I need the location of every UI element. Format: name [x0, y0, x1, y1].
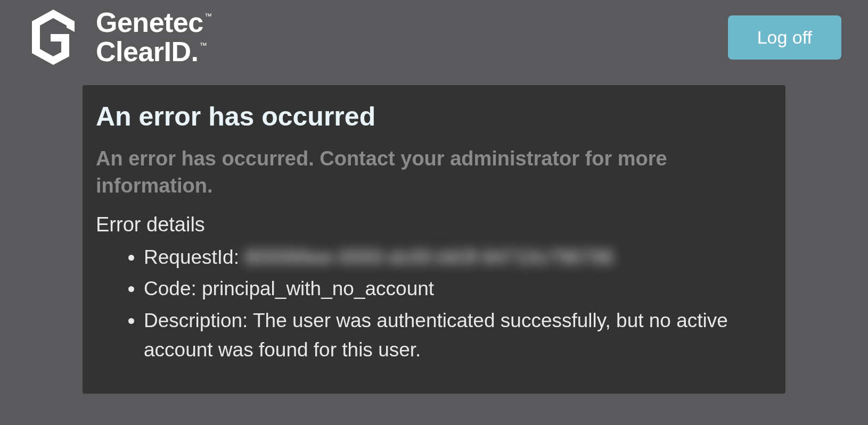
code-value: principal_with_no_account — [202, 278, 434, 299]
error-title: An error has occurred — [96, 101, 772, 132]
trademark-icon: ™ — [204, 12, 212, 20]
error-subtitle: An error has occurred. Contact your admi… — [96, 145, 772, 200]
brand-text: Genetec™ ClearID.™ — [96, 8, 211, 66]
error-details-list: RequestId: 800066ee-0000-dc00-b63f-84710… — [96, 243, 772, 365]
brand-logo: Genetec™ ClearID.™ — [21, 5, 211, 69]
code-label: Code: — [144, 278, 202, 299]
request-id-label: RequestId: — [144, 246, 244, 268]
error-code-item: Code: principal_with_no_account — [144, 274, 772, 304]
logoff-button[interactable]: Log off — [728, 15, 841, 60]
brand-line1: Genetec — [96, 7, 203, 38]
description-label: Description: — [144, 310, 253, 331]
request-id-value: 800066ee-0000-dc00-b63f-84710c796796 — [244, 243, 613, 272]
error-request-id-item: RequestId: 800066ee-0000-dc00-b63f-84710… — [144, 243, 772, 272]
header: Genetec™ ClearID.™ Log off — [0, 0, 868, 74]
error-details-heading: Error details — [96, 213, 772, 236]
genetec-logo-icon — [21, 5, 85, 69]
error-panel: An error has occurred An error has occur… — [83, 85, 785, 394]
trademark-icon: ™ — [200, 41, 207, 49]
error-description-item: Description: The user was authenticated … — [144, 306, 772, 365]
brand-line2: ClearID. — [96, 36, 199, 67]
